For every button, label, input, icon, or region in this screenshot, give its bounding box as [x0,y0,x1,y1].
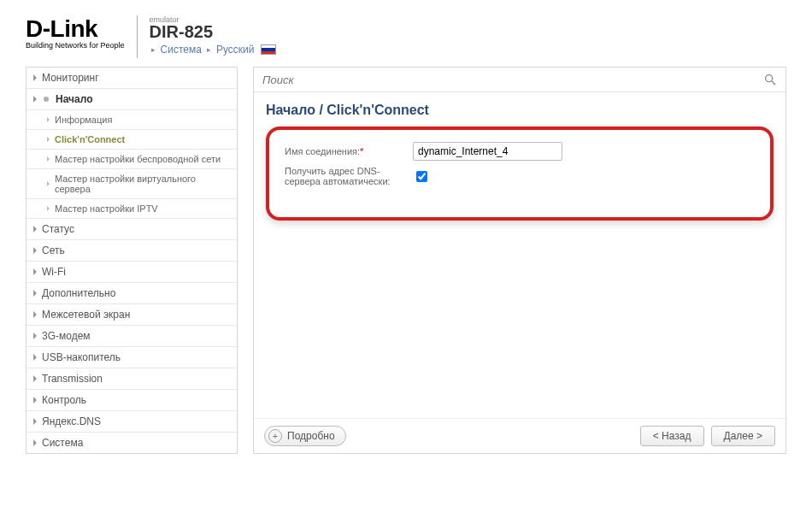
chevron-right-icon [47,181,50,186]
arrow-icon: ▸ [151,45,156,54]
search-bar [254,68,786,92]
row-dns-auto: Получить адрес DNS-сервера автоматически… [285,166,755,186]
logo-sub: Building Networks for People [26,41,125,50]
detail-button[interactable]: + Подробно [264,426,346,446]
sidebar-item-5[interactable]: Мастер настройки виртуального сервера [26,169,237,199]
plus-icon: + [268,429,282,443]
sidebar-item-7[interactable]: Статус [26,219,237,240]
sidebar-item-6[interactable]: Мастер настройки IPTV [26,199,237,219]
search-input[interactable] [262,74,763,86]
chevron-right-icon [33,333,37,339]
sidebar-item-4[interactable]: Мастер настройки беспроводной сети [26,150,237,169]
sidebar-item-label: Контроль [42,394,86,406]
chevron-right-icon [33,354,37,361]
form-highlight-box: Имя соединения:* Получить адрес DNS-серв… [266,127,774,221]
header: D-Link Building Networks for People emul… [0,0,812,67]
chevron-right-icon [33,290,37,297]
top-links: ▸ Система ▸ Русский [150,44,277,56]
logo-main: D-Link [26,15,125,43]
next-button[interactable]: Далее > [711,426,776,446]
sidebar-item-label: Статус [42,223,74,235]
row-connection-name: Имя соединения:* [285,142,755,161]
sidebar-item-10[interactable]: Дополнительно [26,283,237,304]
sidebar-item-label: Click'n'Connect [55,134,125,144]
chevron-right-icon [33,226,37,233]
back-button[interactable]: < Назад [640,426,704,446]
logo: D-Link Building Networks for People [26,15,125,50]
sidebar-item-label: Мастер настройки IPTV [55,203,158,214]
sidebar-item-8[interactable]: Сеть [26,240,237,262]
sidebar-item-9[interactable]: Wi-Fi [26,262,237,283]
sidebar-item-label: Яндекс.DNS [42,415,101,427]
sidebar-item-label: Мастер настройки виртуального сервера [55,174,230,194]
chevron-right-icon [33,74,37,81]
header-divider [137,15,138,58]
chevron-right-icon [33,311,37,318]
chevron-right-icon [33,397,37,403]
search-icon[interactable] [763,73,777,86]
chevron-right-icon [47,117,50,122]
chevron-right-icon [47,156,50,162]
link-language[interactable]: Русский [216,44,255,56]
sidebar-item-label: Мониторинг [42,72,99,84]
sidebar-item-13[interactable]: USB-накопитель [26,347,237,368]
flag-ru-icon[interactable] [261,44,276,55]
sidebar-item-label: Система [42,437,83,449]
chevron-right-icon [33,375,37,382]
sidebar-item-label: Transmission [42,373,103,385]
sidebar-item-12[interactable]: 3G-модем [26,326,237,347]
chevron-right-icon [47,206,50,211]
main-panel: Начало / Click'n'Connect Имя соединения:… [253,67,786,454]
link-system[interactable]: Система [161,44,202,56]
sidebar-item-3[interactable]: Click'n'Connect [26,130,237,150]
bullet-icon [44,97,49,102]
sidebar-item-17[interactable]: Система [26,433,237,453]
svg-point-0 [766,75,773,82]
sidebar-item-2[interactable]: Информация [26,110,237,130]
content: Начало / Click'n'Connect Имя соединения:… [254,92,786,418]
model-area: emulator DIR-825 ▸ Система ▸ Русский [150,15,277,56]
sidebar-item-label: Мастер настройки беспроводной сети [55,154,221,164]
sidebar-item-label: Wi-Fi [42,266,66,278]
sidebar-item-16[interactable]: Яндекс.DNS [26,411,237,433]
sidebar-item-14[interactable]: Transmission [26,368,237,390]
model-name: DIR-825 [150,22,277,42]
sidebar-item-11[interactable]: Межсетевой экран [26,304,237,326]
chevron-right-icon [33,247,37,254]
sidebar-item-label: USB-накопитель [42,351,121,363]
checkbox-dns-auto[interactable] [416,171,427,182]
detail-button-label: Подробно [287,430,335,442]
sidebar-item-label: Дополнительно [42,287,115,299]
chevron-right-icon [47,137,50,142]
breadcrumb: Начало / Click'n'Connect [266,103,774,118]
label-connection-name: Имя соединения:* [285,146,413,156]
sidebar-item-label: Межсетевой экран [42,309,130,321]
sidebar: МониторингНачалоИнформацияClick'n'Connec… [26,67,238,454]
sidebar-item-label: Информация [55,115,112,125]
footer-buttons: + Подробно < Назад Далее > [254,418,786,453]
chevron-right-icon [33,268,37,275]
chevron-right-icon [33,96,37,103]
sidebar-item-label: Начало [56,93,92,105]
label-dns-auto: Получить адрес DNS-сервера автоматически… [285,166,413,186]
sidebar-item-15[interactable]: Контроль [26,390,237,411]
svg-line-1 [772,81,775,85]
sidebar-item-label: 3G-модем [42,330,91,342]
sidebar-item-label: Сеть [42,244,65,256]
arrow-icon: ▸ [207,45,211,54]
sidebar-item-1[interactable]: Начало [26,89,237,110]
chevron-right-icon [33,439,37,446]
sidebar-item-0[interactable]: Мониторинг [26,68,237,89]
chevron-right-icon [33,418,37,425]
input-connection-name[interactable] [413,142,562,161]
